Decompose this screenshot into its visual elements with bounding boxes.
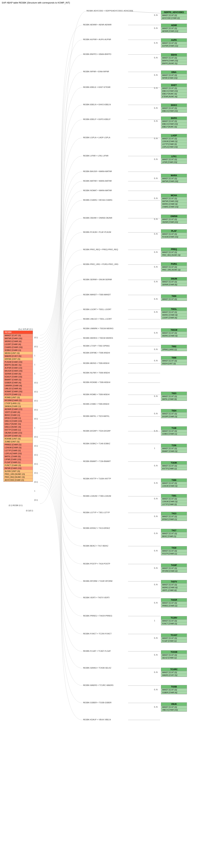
relation-link-label: RESBK-NLFMV = T006-MSEHI	[83, 372, 110, 374]
right-table-field: MANDT [CLNT (3)]	[161, 637, 187, 640]
left-table-field: ERFME [UNIT (3)]	[4, 358, 33, 361]
bottom-label-1: (0.1) RESBK (0.1)	[9, 504, 23, 506]
right-table: T300MANDT [CLNT (3)]LGNUM [CHAR (3)]	[161, 478, 187, 488]
relation-link-label: RESBK-BEIKZ = T417-BEIKZ	[83, 545, 108, 547]
relation-link-label: RESBK-EBELE = EKET-ETENR	[83, 86, 110, 88]
right-cardinality-label: 0..N	[154, 671, 158, 673]
left-table-field: EKGRP [CHAR (3)]	[4, 434, 33, 437]
left-cardinality-note: (0.1)	[34, 499, 38, 501]
relation-link-label: RESBK-PRREG = T441R-PRREG	[83, 615, 112, 617]
right-table-header: ONR00	[161, 215, 187, 218]
right-cardinality-label: 0..N	[154, 120, 158, 122]
right-table-header: T024	[161, 409, 187, 412]
relation-link-label: RESBK-RFORM = T418F-RFORM	[83, 580, 112, 582]
right-table-header: TCURC	[161, 668, 187, 671]
left-table-field: FUNCT [CHAR (3)]	[4, 464, 33, 467]
right-table-field: MANDT [CLNT (3)]	[161, 120, 187, 123]
relation-link-label: RESBK-SOBKZ = T148-SOBKZ	[83, 442, 110, 444]
left-table-field: NOMAT [CHAR (18)]	[4, 390, 33, 393]
right-cardinality-label: 0..N	[154, 395, 158, 397]
relation-link-label: RESBK-LGTYP = T301-LGTYP	[83, 512, 110, 514]
left-card-label: (0.x) .N:PLAF (0.1)	[3, 328, 33, 330]
relation-link-label: RESBK-VERTI = T437V-VERTI	[83, 596, 110, 598]
right-cardinality-label: 0..N	[154, 158, 158, 160]
right-table-header: T418	[161, 546, 187, 550]
right-table-field: MANDT [CLNT (3)]	[161, 233, 187, 236]
right-cardinality-label: 1	[154, 447, 155, 449]
right-table-field: MANDT [CLNT (3)]	[161, 74, 187, 77]
right-table-field: INFNR [CHAR (10)]	[161, 77, 187, 80]
left-cardinality-note: (0.1)	[34, 337, 38, 339]
relation-link-label: RESBK-KDAUF = VBUK-VBELN	[83, 718, 111, 721]
right-cardinality-label: 1	[154, 620, 155, 622]
right-table-header: SNUM	[161, 277, 187, 281]
right-table-field: MATKL [CHAR (9)]	[161, 398, 187, 401]
right-table-header: TGSB	[161, 685, 187, 688]
right-table-header: T001L	[161, 308, 187, 311]
left-cardinality-note: (0.1)	[34, 382, 38, 384]
relation-link-label: RESBK-FLGAT = TCA07-FLGAT	[83, 650, 111, 652]
right-cardinality-label: 0..N	[154, 412, 158, 414]
right-table-field: PRIO_URG [NUMC (2)]	[161, 269, 187, 271]
left-table-field: KNTTP [CHAR (1)]	[4, 429, 33, 431]
right-table: TCA07MANDT [CLNT (3)]FLGAT [CHAR (1)]	[161, 633, 187, 643]
left-cardinality-note: (0.1)	[34, 346, 38, 347]
left-table-field: ADVCODE [CHAR (2)]	[4, 478, 33, 482]
right-cardinality-label: 0..N	[154, 197, 158, 199]
right-cardinality-label: 0..N	[154, 360, 158, 362]
right-table-header: AENR	[161, 24, 187, 27]
right-table-header: /SDFPS_ADVCODE1	[161, 11, 187, 14]
left-cardinality-note: 1	[34, 373, 35, 375]
right-cardinality-label: 0..N	[154, 266, 158, 268]
right-table-field: LGNUM [CHAR (3)]	[161, 500, 187, 503]
right-table-field: SELKZ [CHAR (1)]	[161, 656, 187, 659]
right-cardinality-label: 0..N	[154, 14, 158, 16]
right-table-field: MANDT [CLNT (3)]	[161, 281, 187, 283]
right-table-field: WAERS [CUKY (5)]	[161, 674, 187, 677]
right-cardinality-label: 0..N	[154, 311, 158, 313]
right-table: T437VMANDT [CLNT (3)]WERKS [CHAR (4)]VER…	[161, 580, 187, 592]
right-cardinality-label: 0..N	[154, 298, 158, 300]
right-table-field: AUFNR [CHAR (12)]	[161, 44, 187, 48]
right-table-field: LGORT [CHAR (4)]	[161, 316, 187, 319]
right-table-field: MANDT [CLNT (3)]	[161, 567, 187, 570]
right-table: VBUKMANDT [CLNT (3)]VBELN [CHAR (10)]	[161, 702, 187, 712]
right-table: TCURCMANDT [CLNT (3)]WAERS [CUKY (5)]	[161, 668, 187, 677]
left-table-field: LIFNR [CHAR (10)]	[4, 458, 33, 461]
relation-link-label: RESBK-LTXSP = T002-SPRAS	[83, 345, 110, 347]
right-cardinality-label: 0..N	[154, 637, 158, 639]
left-cardinality-note: (0.1)	[34, 481, 38, 483]
right-table-header: EKPO	[161, 117, 187, 120]
right-table-field: MANDT [CLNT (3)]	[161, 430, 187, 433]
right-cardinality-label: 0..N	[154, 27, 158, 29]
left-table-field: NLFMV [UNIT (3)]	[4, 470, 33, 473]
left-table-field: VERTI [CHAR (4)]	[4, 411, 33, 414]
right-table-field: EBELP [NUMC (5)]	[161, 93, 187, 95]
right-table: PLAFMANDT [CLNT (3)]PLNUM [CHAR (10)]	[161, 229, 187, 239]
right-table-field: SERNR [CHAR (8)]	[161, 283, 187, 286]
right-table-field: MATNR [CHAR (18)]	[161, 200, 187, 203]
left-table-container: (0.x) .N:PLAF (0.1) RESBK MANDT [CLNT (3…	[3, 328, 33, 482]
right-table-field: LGNUM [CHAR (3)]	[161, 485, 187, 488]
right-table-field: ERSKZ [CHAR (1)]	[161, 518, 187, 521]
left-table-field: MATKL [CHAR (9)]	[4, 455, 33, 458]
right-table-field: MSEHI [UNIT (3)]	[161, 362, 187, 365]
right-table-field: FLGAT [CHAR (1)]	[161, 640, 187, 643]
right-table-field: BWART [CHAR (3)]	[161, 450, 187, 453]
right-table-header: TCK08	[161, 650, 187, 654]
left-table-field: AUFNR [CHAR (12)]	[4, 367, 33, 369]
left-table-field: EBELP [NUMC (5)]	[4, 423, 33, 426]
left-table-field: PRIO_REQ [NUMC (3)]	[4, 476, 33, 478]
left-table-field: SOBKZ [CHAR (1)]	[4, 349, 33, 352]
relation-link-label: RESBK-LIFNR = LFA1-LIFNR	[83, 155, 108, 157]
right-table-header: T006	[161, 356, 187, 360]
relation-link-label: RESBK-MEINS = T006-MSEHI	[83, 362, 109, 364]
right-table-header: LAGP	[161, 134, 187, 137]
right-table: T006MANDT [CLNT (3)]MSEHI [UNIT (3)]	[161, 356, 187, 365]
left-table-field: FLGAT [CHAR (1)]	[4, 461, 33, 464]
left-table-field: MATNR [CHAR (18)]	[4, 337, 33, 340]
relation-link-label: RESBK-EKGRP = T024-EKGRP	[83, 430, 111, 432]
right-table-header: VBUK	[161, 703, 187, 706]
er-diagram: RESBK-ADVCODE = /SDFPS/ADVCODE1-ADVCODE …	[0, 5, 198, 735]
relation-link-label: RESBK-INFNR = EINA-INFNR	[83, 70, 109, 72]
